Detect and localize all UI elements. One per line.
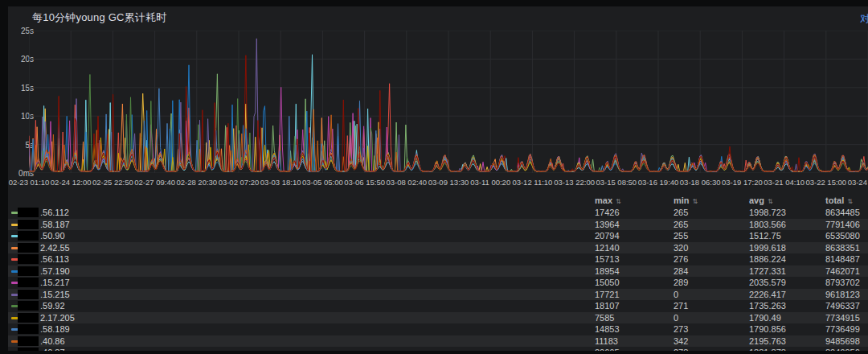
series-label[interactable]: .58.189: [40, 324, 70, 334]
cell-total: 7791406: [825, 220, 860, 229]
chart-plot[interactable]: [29, 31, 868, 173]
column-header-avg[interactable]: avg⇅: [749, 196, 773, 207]
cell-total: 8634485: [825, 208, 860, 217]
cell-avg: 1999.618: [749, 243, 786, 253]
cell-max: 18107: [595, 301, 620, 311]
redacted-series-name: [18, 231, 39, 241]
legend-row: .56.112174262651998.7238634485: [8, 207, 868, 219]
redacted-series-name: [18, 336, 39, 346]
sort-icon: ⇅: [847, 198, 853, 205]
cell-max: 17721: [595, 290, 620, 299]
cell-avg: 2195.763: [749, 336, 786, 346]
cell-min: 265: [674, 208, 688, 217]
legend-row: .40.86111833422195.7639485698: [8, 335, 868, 348]
cell-min: 284: [674, 266, 688, 276]
cell-max: 20665: [595, 348, 620, 351]
cell-avg: 1727.331: [749, 266, 786, 276]
cell-min: 289: [674, 278, 688, 287]
legend-row: .58.187139642651803.5667791406: [8, 219, 868, 231]
column-header-max[interactable]: max⇅: [595, 196, 621, 207]
cell-total: 8046956: [825, 348, 860, 351]
redacted-series-name: [18, 254, 39, 264]
cell-total: 9485698: [825, 336, 860, 346]
legend-row: .56.113157132761886.2248148487: [8, 253, 868, 266]
redacted-series-name: [18, 301, 39, 311]
redacted-series-name: [18, 208, 39, 217]
column-header-total[interactable]: total⇅: [825, 196, 853, 207]
cell-total: 7496337: [825, 301, 860, 311]
series-label[interactable]: 2.17.205: [40, 313, 75, 323]
cell-min: 0: [674, 290, 678, 299]
series-label[interactable]: .40.87: [40, 348, 65, 351]
series-label[interactable]: .15.217: [40, 278, 70, 287]
series-label[interactable]: .58.187: [40, 220, 70, 229]
cell-total: 7734915: [825, 313, 860, 323]
series-label[interactable]: .56.112: [40, 208, 69, 217]
cell-avg: 2226.417: [749, 290, 786, 299]
series-label[interactable]: 2.42.55: [40, 243, 70, 253]
cell-total: 9618123: [825, 290, 860, 299]
series-label[interactable]: .59.92: [40, 301, 65, 311]
cell-avg: 2035.579: [749, 278, 786, 287]
cell-max: 12140: [595, 243, 620, 253]
gc-time-panel: 每10分钟young GC累计耗时 对比 25s20s15s10s5s0ms 0…: [8, 6, 868, 351]
legend-row: .15.2151772102226.4179618123: [8, 289, 868, 301]
cell-total: 7736499: [825, 324, 860, 334]
cell-min: 278: [674, 348, 688, 351]
legend-row: 2.42.55121403201999.6188638351: [8, 242, 868, 254]
cell-max: 14853: [595, 324, 620, 334]
redacted-series-name: [18, 324, 39, 334]
cell-max: 11183: [595, 336, 618, 346]
sort-icon: ⇅: [768, 198, 773, 205]
redacted-series-name: [18, 266, 39, 276]
cell-total: 7462071: [825, 266, 860, 276]
cell-avg: 1790.856: [749, 324, 786, 334]
cell-avg: 1803.566: [749, 220, 786, 229]
cell-max: 7585: [595, 313, 614, 323]
cell-min: 276: [674, 254, 688, 264]
series-label[interactable]: .15.215: [40, 290, 70, 299]
cell-min: 255: [674, 231, 688, 241]
cell-avg: 1512.75: [749, 231, 781, 241]
redacted-series-name: [18, 243, 39, 253]
redacted-series-name: [18, 290, 39, 299]
cell-total: 8638351: [825, 243, 860, 253]
cell-avg: 1735.263: [749, 301, 786, 311]
cell-max: 17426: [595, 208, 620, 217]
redacted-series-name: [18, 313, 39, 323]
x-tick-label: 03-24 01:50: [840, 178, 868, 187]
legend-row: .50.90207942551512.756535080: [8, 230, 868, 242]
legend-row: .57.190189542841727.3317462071: [8, 266, 868, 278]
cell-avg: 1790.49: [749, 313, 781, 323]
cell-max: 13964: [595, 220, 620, 229]
cell-total: 8793702: [825, 278, 860, 287]
cell-min: 265: [674, 220, 688, 229]
legend-row: .58.189148532731790.8567736499: [8, 323, 868, 335]
cell-total: 8148487: [825, 254, 860, 264]
sort-icon: ⇅: [616, 198, 621, 205]
cell-max: 15050: [595, 278, 620, 287]
series-label[interactable]: .57.190: [40, 266, 70, 276]
legend-rows: .56.112174262651998.7238634485.58.187139…: [8, 207, 868, 351]
cell-min: 273: [674, 324, 688, 334]
sort-icon: ⇅: [693, 198, 698, 205]
cell-min: 0: [674, 313, 678, 323]
series-label[interactable]: .50.90: [40, 231, 65, 241]
series-label[interactable]: .40.86: [40, 336, 65, 346]
panel-title[interactable]: 每10分钟young GC累计耗时: [32, 10, 166, 25]
cell-max: 20794: [595, 231, 620, 241]
legend-row: 2.17.205758501790.497734915: [8, 312, 868, 324]
redacted-series-name: [18, 220, 39, 229]
cell-max: 15713: [595, 254, 620, 264]
series-label[interactable]: .56.113: [40, 254, 69, 264]
legend-row: .59.92181072711735.2637496337: [8, 300, 868, 312]
cell-max: 18954: [595, 266, 620, 276]
redacted-series-name: [18, 348, 39, 351]
cell-min: 320: [674, 243, 688, 253]
legend-row: .40.87206652781881.8788046956: [8, 347, 868, 351]
compare-link[interactable]: 对比: [860, 12, 868, 26]
cell-avg: 1881.878: [749, 348, 786, 351]
cell-total: 6535080: [825, 231, 860, 241]
cell-min: 342: [674, 336, 688, 346]
column-header-min[interactable]: min⇅: [674, 196, 698, 207]
